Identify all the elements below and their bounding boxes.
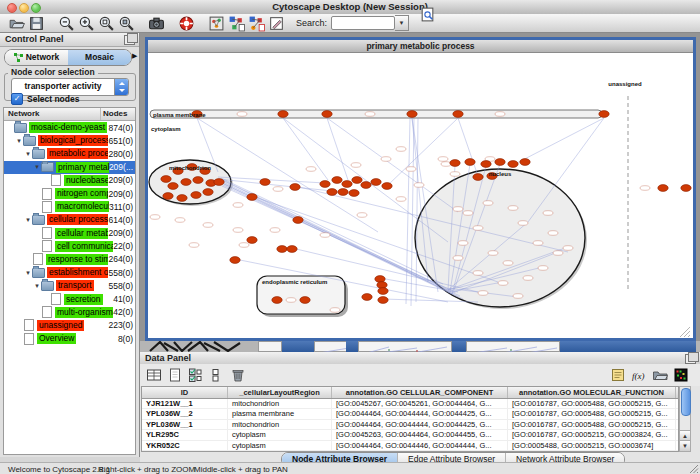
expand-arrow-icon[interactable]: ▾ — [33, 282, 41, 290]
network-overview-icon[interactable] — [208, 15, 225, 32]
background-window-fragment[interactable] — [258, 341, 282, 352]
network-node[interactable] — [293, 217, 303, 224]
network-node[interactable] — [349, 190, 359, 197]
network-node[interactable] — [181, 179, 191, 186]
network-node[interactable] — [362, 294, 372, 301]
expand-arrow-icon[interactable]: ▾ — [24, 150, 32, 158]
network-node[interactable] — [290, 184, 300, 191]
minimize-network-window-button[interactable] — [164, 43, 171, 50]
zoom-network-window-button[interactable] — [174, 43, 181, 50]
snapshot-icon[interactable] — [148, 15, 165, 32]
network-node[interactable] — [520, 159, 530, 166]
network-node[interactable] — [163, 193, 173, 200]
network-node[interactable] — [272, 297, 282, 304]
delete-attribute-icon[interactable] — [230, 367, 246, 383]
close-network-window-button[interactable] — [154, 43, 161, 50]
zoom-selected-icon[interactable] — [118, 15, 135, 32]
tree-row[interactable]: cellular metabo209(0) — [4, 227, 135, 240]
tree-row[interactable]: Overview8(0) — [4, 332, 135, 345]
table-row[interactable]: YPL036W__2plasma membrane[GO:0044464, GO… — [142, 409, 678, 419]
network-node[interactable] — [177, 195, 187, 202]
table-row[interactable]: YKR052Ccytoplasm[GO:0044464, GO:0044446,… — [142, 441, 678, 451]
tree-row[interactable]: ▾biological_process651(0) — [4, 134, 135, 147]
network-node[interactable] — [278, 111, 288, 118]
save-icon[interactable] — [28, 15, 45, 32]
close-window-button[interactable] — [7, 3, 17, 13]
network-window-titlebar[interactable]: primary metabolic process — [148, 40, 693, 53]
apply-layout-b-icon[interactable] — [248, 15, 265, 32]
network-node[interactable] — [260, 179, 270, 186]
tree-row[interactable]: unassigned223(0) — [4, 319, 135, 332]
table-column-header[interactable]: annotation.GO CELLULAR_COMPONENT — [332, 387, 508, 398]
tree-row[interactable]: mosaic-demo-yeast874(0) — [4, 121, 135, 134]
background-window-fragment[interactable] — [466, 341, 560, 352]
network-node[interactable] — [382, 183, 392, 190]
table-row[interactable]: YJR121W__1mitochondrion[GO:0045267, GO:0… — [142, 399, 678, 409]
network-node[interactable] — [332, 177, 342, 184]
apply-layout-a-icon[interactable] — [228, 15, 245, 32]
select-nodes-checkbox[interactable]: ✓ — [11, 93, 23, 105]
scrollbar-thumb[interactable] — [681, 388, 691, 416]
background-window-titlebar-fragment[interactable] — [282, 341, 314, 352]
tab-mosaic[interactable]: Mosaic — [68, 50, 131, 65]
network-node[interactable] — [327, 189, 337, 196]
background-window-fragment[interactable] — [358, 341, 452, 352]
background-window-titlebar-fragment[interactable] — [560, 341, 696, 352]
expand-arrow-icon[interactable]: ▾ — [24, 216, 32, 224]
expand-arrow-icon[interactable]: ▾ — [15, 137, 23, 145]
network-node[interactable] — [338, 189, 348, 196]
background-window-titlebar-fragment[interactable] — [346, 341, 358, 352]
network-node[interactable] — [168, 183, 178, 190]
network-node[interactable] — [214, 179, 224, 186]
network-node[interactable] — [247, 237, 257, 244]
tree-row[interactable]: response to stimulu264(0) — [4, 253, 135, 266]
network-node[interactable] — [481, 161, 491, 168]
notes-icon[interactable] — [610, 367, 626, 383]
zoom-in-icon[interactable] — [78, 15, 95, 32]
network-node[interactable] — [495, 159, 505, 166]
network-node[interactable] — [352, 177, 362, 184]
tree-row[interactable]: ▾transport558(0) — [4, 279, 135, 292]
table-column-header[interactable]: _cellularLayoutRegion — [228, 387, 332, 398]
search-input[interactable] — [331, 16, 395, 30]
tree-row[interactable]: ▾primary metabo209(... — [4, 161, 135, 174]
table-row[interactable]: YPL036W__1mitochondrion[GO:0044464, GO:0… — [142, 420, 678, 430]
network-canvas[interactable]: plasma membranecytoplasmmitochondrionnuc… — [148, 53, 693, 338]
tree-row[interactable]: cell communicat22(0) — [4, 240, 135, 253]
table-column-header[interactable]: ID — [142, 387, 228, 398]
import-attributes-icon[interactable] — [652, 367, 668, 383]
formula-icon[interactable]: f(x) — [631, 367, 647, 383]
network-node[interactable] — [508, 161, 518, 168]
scroll-down-arrow[interactable]: ▼ — [680, 440, 690, 451]
tree-row[interactable]: ▾metabolic process280(0) — [4, 147, 135, 160]
attribute-table-icon[interactable] — [146, 367, 162, 383]
network-node[interactable] — [300, 297, 310, 304]
tree-row[interactable]: macromolecule311(0) — [4, 200, 135, 213]
window-resize-grip[interactable] — [689, 464, 699, 474]
network-node[interactable] — [247, 194, 257, 201]
network-node[interactable] — [161, 176, 171, 183]
open-file-icon[interactable] — [8, 15, 25, 32]
network-node[interactable] — [681, 185, 691, 192]
attribute-table-header[interactable]: ID_cellularLayoutRegionannotation.GO CEL… — [142, 387, 678, 399]
search-dropdown-button[interactable]: ▼ — [395, 15, 409, 31]
network-node[interactable] — [230, 257, 240, 264]
zoom-out-icon[interactable] — [58, 15, 75, 32]
table-column-header[interactable]: annotation.GO MOLECULAR_FUNCTION — [508, 387, 676, 398]
network-node[interactable] — [375, 276, 385, 283]
new-attribute-icon[interactable] — [167, 367, 183, 383]
background-window-titlebar-fragment[interactable] — [452, 341, 466, 352]
network-node[interactable] — [378, 297, 388, 304]
zoom-fit-icon[interactable] — [98, 15, 115, 32]
zoom-window-button[interactable] — [31, 3, 41, 13]
matrix-icon[interactable] — [673, 367, 689, 383]
network-node[interactable] — [191, 192, 201, 199]
network-window-resize-grip[interactable] — [680, 327, 690, 337]
float-panel-icon[interactable] — [124, 35, 135, 45]
unselect-attributes-icon[interactable] — [209, 367, 225, 383]
expand-arrow-icon[interactable]: ▾ — [24, 269, 32, 277]
network-node[interactable] — [193, 177, 203, 184]
network-node[interactable] — [277, 246, 287, 253]
network-node[interactable] — [465, 159, 475, 166]
float-panel-icon[interactable] — [685, 354, 696, 364]
